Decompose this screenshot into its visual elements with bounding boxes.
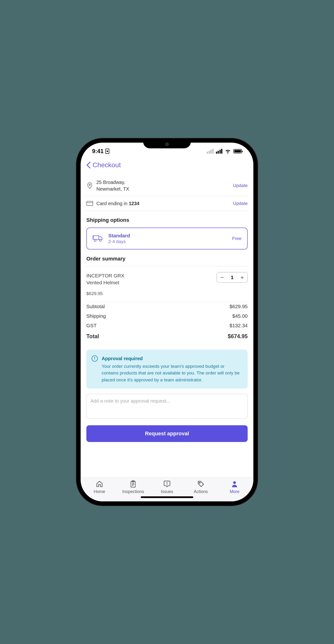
nav-header: Checkout xyxy=(86,157,248,175)
tab-actions-label: Actions xyxy=(194,489,208,494)
order-heading: Order summary xyxy=(86,256,248,262)
summary-shipping: Shipping $45.00 xyxy=(86,311,248,321)
tab-actions[interactable]: Actions xyxy=(184,480,218,494)
tab-inspections-label: Inspections xyxy=(122,489,144,494)
phone-frame: 9:41 Checkout xyxy=(76,138,258,506)
payment-text: Card ending in 1234 xyxy=(96,200,230,207)
svg-point-16 xyxy=(233,481,236,484)
home-indicator[interactable] xyxy=(141,496,193,498)
device-camera xyxy=(165,143,169,146)
qty-value: 1 xyxy=(227,275,237,280)
svg-point-15 xyxy=(199,482,200,484)
sim-icon xyxy=(106,148,109,154)
shipping-heading: Shipping options xyxy=(86,217,248,223)
item-line1: INCEPTOR GRX xyxy=(86,272,124,279)
address-text: 25 Broadway, Newmarket, TX xyxy=(96,179,230,192)
svg-point-3 xyxy=(94,240,96,242)
status-time: 9:41 xyxy=(92,148,104,154)
qty-increment-button[interactable]: + xyxy=(237,272,248,282)
tab-more[interactable]: More xyxy=(218,480,252,494)
status-right xyxy=(207,149,242,154)
tab-issues-label: Issues xyxy=(161,489,173,494)
location-pin-icon xyxy=(86,182,93,189)
tag-icon xyxy=(197,480,205,488)
gst-label: GST xyxy=(86,323,96,328)
summary-total: Total $674.95 xyxy=(86,331,248,342)
page-title[interactable]: Checkout xyxy=(92,161,121,169)
shipping-option-card[interactable]: Standard 2-4 days Free xyxy=(86,228,248,250)
shipping-name: Standard xyxy=(108,233,227,238)
qty-decrement-button[interactable]: − xyxy=(217,272,227,282)
item-name: INCEPTOR GRX Vented Helmet xyxy=(86,272,124,286)
info-circle-icon: ! xyxy=(92,356,98,362)
item-price: $629.95 xyxy=(86,288,248,302)
shipping-label: Shipping xyxy=(86,313,106,319)
payment-prefix: Card ending in xyxy=(96,201,129,206)
approval-text: Approval required Your order currently e… xyxy=(102,355,242,384)
quantity-stepper: − 1 + xyxy=(216,272,248,283)
approval-note-input[interactable] xyxy=(86,394,248,418)
total-value: $674.95 xyxy=(228,333,248,340)
wifi-icon xyxy=(225,149,231,154)
battery-icon xyxy=(233,149,242,153)
status-left: 9:41 xyxy=(92,148,109,154)
approval-title: Approval required xyxy=(102,355,242,362)
person-icon xyxy=(231,480,238,488)
tab-more-label: More xyxy=(230,489,240,494)
gst-value: $132.34 xyxy=(230,323,248,328)
address-row: 25 Broadway, Newmarket, TX Update xyxy=(86,175,248,196)
address-line1: 25 Broadway, xyxy=(96,179,230,186)
clipboard-icon xyxy=(129,480,137,488)
approval-banner: ! Approval required Your order currently… xyxy=(86,350,248,389)
subtotal-value: $629.95 xyxy=(230,304,248,309)
shipping-duration: 2-4 days xyxy=(108,239,227,244)
svg-point-14 xyxy=(167,484,168,485)
home-icon xyxy=(96,480,103,488)
item-line2: Vented Helmet xyxy=(86,279,124,286)
truck-icon xyxy=(92,234,103,243)
back-chevron-icon[interactable] xyxy=(86,162,91,169)
svg-rect-0 xyxy=(86,201,93,206)
tab-inspections[interactable]: Inspections xyxy=(116,480,150,494)
tab-home-label: Home xyxy=(94,489,105,494)
card-icon xyxy=(86,200,93,207)
shipping-price: Free xyxy=(232,236,242,241)
summary-subtotal: Subtotal $629.95 xyxy=(86,302,248,311)
signal-secondary-icon xyxy=(207,149,214,154)
payment-last4: 1234 xyxy=(129,201,140,206)
payment-row: Card ending in 1234 Update xyxy=(86,196,248,211)
svg-point-4 xyxy=(100,240,102,242)
tab-home[interactable]: Home xyxy=(82,480,116,494)
shipping-info: Standard 2-4 days xyxy=(108,233,227,244)
summary-gst: GST $132.34 xyxy=(86,321,248,330)
shipping-value: $45.00 xyxy=(232,313,248,319)
update-address-link[interactable]: Update xyxy=(233,183,248,188)
update-payment-link[interactable]: Update xyxy=(233,201,248,206)
phone-screen: 9:41 Checkout xyxy=(81,143,253,501)
total-label: Total xyxy=(86,333,99,340)
signal-icon xyxy=(216,149,222,154)
order-item-row: INCEPTOR GRX Vented Helmet − 1 + xyxy=(86,266,248,288)
tab-issues[interactable]: Issues xyxy=(150,480,184,494)
request-approval-button[interactable]: Request approval xyxy=(86,425,248,442)
alert-badge-icon xyxy=(163,480,171,488)
address-line2: Newmarket, TX xyxy=(96,186,230,192)
subtotal-label: Subtotal xyxy=(86,304,105,309)
approval-body: Your order currently exceeds your team's… xyxy=(102,364,240,382)
